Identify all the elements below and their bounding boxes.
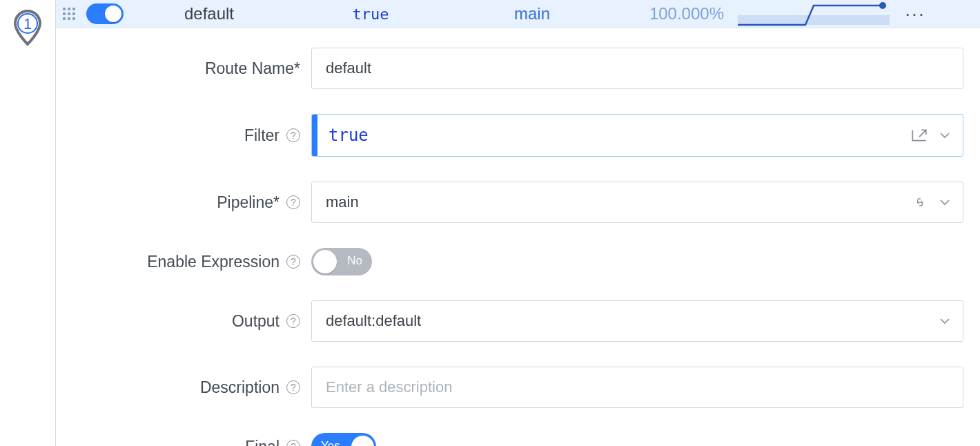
header-percent: 100.000% [618,4,728,23]
help-icon[interactable]: ? [286,440,300,446]
pipeline-select[interactable]: main [311,182,963,223]
description-input[interactable] [311,367,963,408]
route-summary-header: default true main 100.000% ··· [56,0,980,28]
output-value: default:default [326,312,937,330]
label-description: Description [200,378,280,397]
help-icon[interactable]: ? [286,128,300,142]
help-icon[interactable]: ? [286,314,300,328]
filter-value: true [317,126,910,145]
filter-input[interactable]: true [311,114,963,157]
route-enabled-toggle[interactable] [86,3,124,24]
badge-column: 1 [0,0,55,446]
pipeline-value: main [326,193,912,211]
help-icon[interactable]: ? [286,380,300,394]
enable-expression-toggle[interactable]: No [311,248,372,275]
header-pipeline: main [456,4,608,23]
label-pipeline: Pipeline* [217,193,280,212]
chevron-down-icon[interactable] [937,194,953,211]
route-index: 1 [11,15,44,33]
route-name-input[interactable] [311,48,963,89]
header-route-name: default [133,4,285,23]
header-filter: true [295,6,447,23]
route-pin-badge: 1 [11,8,44,41]
chevron-down-icon[interactable] [937,127,953,144]
svg-point-2 [879,2,886,9]
help-icon[interactable]: ? [286,255,300,269]
toggle-label-no: No [347,254,362,268]
header-sparkline [738,0,890,28]
help-icon[interactable]: ? [286,195,300,209]
svg-rect-1 [738,15,890,25]
chevron-down-icon[interactable] [937,313,953,329]
more-actions-icon[interactable]: ··· [899,3,931,25]
route-form: Route Name* Filter ? true [56,28,980,446]
label-output: Output [232,312,280,331]
drag-handle-icon[interactable] [60,8,77,20]
output-select[interactable]: default:default [311,300,963,342]
toggle-label-yes: Yes [321,439,340,446]
final-toggle[interactable]: Yes [311,433,376,446]
label-route-name: Route Name* [205,59,300,78]
label-final: Final [245,438,280,447]
label-enable-expression: Enable Expression [147,253,280,271]
link-icon[interactable] [912,194,928,211]
expand-icon[interactable] [910,128,928,143]
label-filter: Filter [244,126,280,145]
